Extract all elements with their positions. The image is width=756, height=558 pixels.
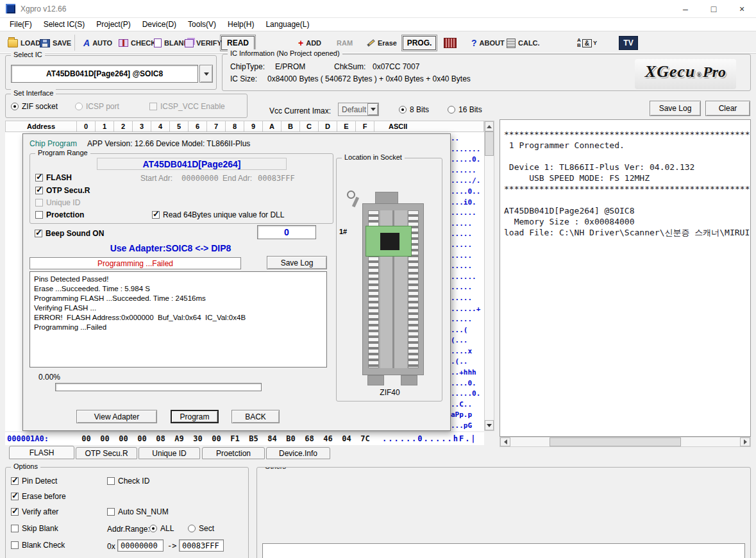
scroll-down-button[interactable] <box>485 420 494 430</box>
checkbox-box <box>107 477 115 485</box>
ic-chip <box>380 233 399 250</box>
save-label: SAVE <box>53 39 71 47</box>
pin-detect-checkbox[interactable]: Pin Detect <box>11 477 57 486</box>
hex-byte: 04 <box>337 434 356 443</box>
verify-button[interactable]: VERIFY <box>185 36 222 50</box>
plus-icon: + <box>298 38 303 47</box>
count-display: 0 <box>257 225 316 239</box>
auto-button[interactable]: A AUTO <box>83 36 112 50</box>
select-ic-group: Select IC AT45DB041D[Page264] @SOIC8 <box>5 55 217 90</box>
burn-button[interactable] <box>444 36 457 50</box>
checkbox-box <box>35 187 43 194</box>
16bits-radio[interactable]: 16 Bits <box>448 105 482 114</box>
about-button[interactable]: ? ABOUT <box>471 36 505 50</box>
hex-col-header: 2 <box>114 121 133 132</box>
ic-info-legend: IC Information (No Project opened) <box>228 49 342 57</box>
read-button[interactable]: READ <box>221 36 255 50</box>
protection-checkbox[interactable]: Proetction <box>35 210 84 219</box>
tab-otp-secur[interactable]: OTP Secu.R <box>76 447 137 459</box>
radio-circle <box>149 525 157 532</box>
blank-button[interactable]: BLANK <box>154 36 189 50</box>
select-ic-legend: Select IC <box>11 51 45 58</box>
menu-item-language[interactable]: Language(L) <box>260 19 315 30</box>
clear-button[interactable]: Clear <box>705 101 750 116</box>
vcc-current-select[interactable]: Default <box>338 103 379 116</box>
tv-button[interactable]: TV <box>619 36 638 50</box>
scroll-thumb[interactable] <box>485 131 494 156</box>
back-button[interactable]: BACK <box>231 410 280 423</box>
flash-checkbox[interactable]: FLASH <box>35 173 72 182</box>
all-label: ALL <box>160 524 174 533</box>
save-log-button[interactable]: Save Log <box>650 101 701 116</box>
check-id-button[interactable]: CHECK <box>119 36 156 50</box>
prog-button[interactable]: PROG. <box>403 36 436 50</box>
calc-button[interactable]: CALC. <box>507 36 540 50</box>
logic-b-label: B <box>577 43 581 48</box>
scroll-up-button[interactable] <box>485 121 494 131</box>
tab-device-info[interactable]: Device.Info <box>266 447 330 459</box>
menu-item-file[interactable]: File(F) <box>4 19 38 30</box>
verify-after-checkbox[interactable]: Verify after <box>11 507 58 516</box>
view-adapter-button[interactable]: View Adapter <box>76 410 157 423</box>
range-end-input[interactable] <box>179 539 224 552</box>
add-button[interactable]: + ADD <box>298 36 321 50</box>
tab-flash[interactable]: FLASH <box>9 446 74 459</box>
save-button[interactable]: SAVE <box>40 36 71 50</box>
dialog-save-log-button[interactable]: Save Log <box>267 256 327 269</box>
arrow-left-icon <box>504 439 507 444</box>
clear-label: Clear <box>719 104 737 113</box>
socket-group: Location in Socket 1# ZIF40 <box>336 158 442 402</box>
zif-socket-radio[interactable]: ZIF socket <box>11 102 58 111</box>
program-log: Pins Detected Passed! Erase ...Succeeded… <box>29 271 327 368</box>
start-adr-label: Start Adr: <box>140 174 172 183</box>
check-id-checkbox[interactable]: Check ID <box>107 477 149 486</box>
socket-name: ZIF40 <box>337 388 443 397</box>
program-button[interactable]: Program <box>171 410 219 423</box>
back-label: BACK <box>245 412 266 421</box>
question-icon: ? <box>471 38 477 47</box>
auto-sn-checkbox[interactable]: Auto SN_NUM <box>107 507 169 516</box>
addr-range-sect-radio[interactable]: Sect <box>188 524 214 533</box>
scroll-thumb[interactable] <box>550 437 681 446</box>
otp-secur-checkbox[interactable]: OTP Secu.R <box>35 186 90 195</box>
erase-button[interactable]: Erase <box>367 36 397 50</box>
ic-combobox[interactable]: AT45DB041D[Page264] @SOIC8 <box>11 65 198 83</box>
menu-item-tools[interactable]: Tools(V) <box>182 19 222 30</box>
vcc-dropdown-button[interactable] <box>367 103 378 115</box>
logic-operations-button[interactable]: A B & Y <box>577 36 597 50</box>
menu-item-select-ic[interactable]: Select IC(S) <box>38 19 91 30</box>
load-button[interactable]: LOAD <box>8 36 40 50</box>
hex-col-header: F <box>356 121 374 132</box>
close-button[interactable]: × <box>728 0 756 18</box>
menu-item-help[interactable]: Help(H) <box>222 19 260 30</box>
menu-item-device[interactable]: Device(D) <box>137 19 182 30</box>
others-group: Others <box>256 467 751 558</box>
maximize-button[interactable]: □ <box>700 0 728 18</box>
logo-pro-text: Pro <box>703 63 726 81</box>
socket-foot-left <box>367 375 384 385</box>
blank-check-label: Blank Check <box>22 541 65 550</box>
chip-name: AT45DB041D[Page264] <box>97 158 287 170</box>
combo-dropdown-button[interactable] <box>199 65 213 83</box>
addr-range-all-radio[interactable]: ALL <box>149 524 174 533</box>
menu-item-project[interactable]: Project(P) <box>90 19 136 30</box>
blank-check-checkbox[interactable]: Blank Check <box>11 541 65 550</box>
program-range-legend: Program Range <box>35 149 90 156</box>
tab-unique-id[interactable]: Unique ID <box>139 447 200 459</box>
erase-before-checkbox[interactable]: Erase before <box>11 492 66 501</box>
read64-checkbox[interactable]: Read 64Bytes unique value for DLL <box>152 210 284 219</box>
vertical-scrollbar[interactable] <box>484 121 494 431</box>
horizontal-scrollbar[interactable] <box>500 437 751 447</box>
range-start-input[interactable] <box>117 539 164 552</box>
scroll-right-button[interactable] <box>740 437 750 446</box>
8bits-radio[interactable]: 8 Bits <box>399 105 429 114</box>
skip-blank-checkbox[interactable]: Skip Blank <box>11 524 58 533</box>
auto-icon: A <box>83 38 90 47</box>
tab-protection[interactable]: Proetction <box>202 447 265 459</box>
beep-checkbox[interactable]: Beep Sound ON <box>35 229 104 238</box>
read64-label: Read 64Bytes unique value for DLL <box>163 210 284 219</box>
scroll-left-button[interactable] <box>500 437 510 446</box>
hex-byte: 00 <box>96 434 114 443</box>
dialog-save-log-label: Save Log <box>281 258 314 267</box>
minimize-button[interactable]: – <box>671 0 700 18</box>
